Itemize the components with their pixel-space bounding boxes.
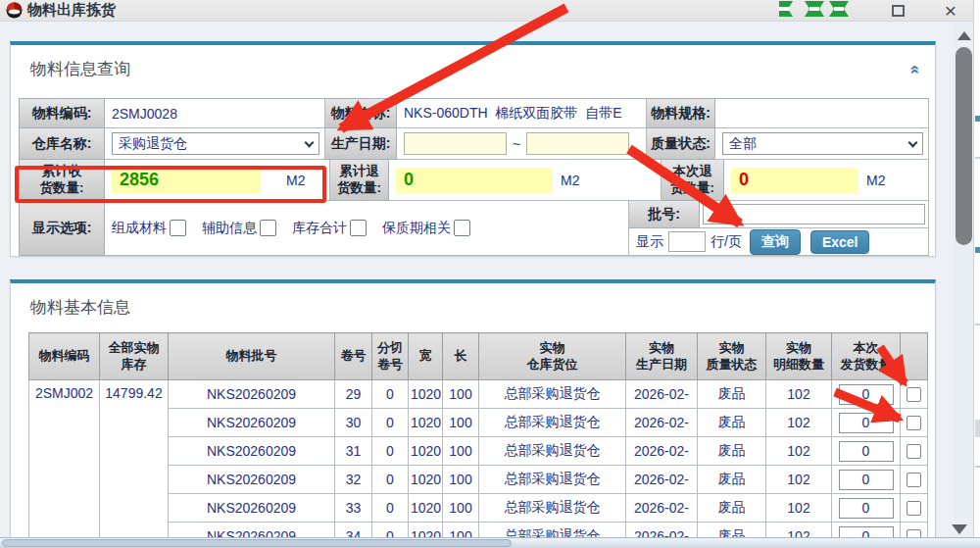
ship-qty-input[interactable] bbox=[839, 384, 894, 405]
material-code-label: 物料编码: bbox=[20, 99, 105, 128]
cell-qty: 102 bbox=[766, 380, 832, 409]
material-spec-label: 物料规格: bbox=[647, 99, 715, 128]
warehouse-label: 仓库名称: bbox=[20, 128, 105, 160]
cell-width: 1020 bbox=[409, 494, 443, 523]
table-header-row: 物料编码 全部实物 库存 物料批号 卷号 分切 卷号 宽 长 实物 仓库货位 实… bbox=[29, 333, 928, 380]
vertical-scrollbar-thumb[interactable] bbox=[956, 47, 972, 245]
col-width: 宽 bbox=[409, 333, 443, 380]
quality-select[interactable]: 全部 bbox=[722, 132, 923, 155]
material-table: 物料编码 全部实物 库存 物料批号 卷号 分切 卷号 宽 长 实物 仓库货位 实… bbox=[28, 332, 928, 548]
cell-length: 100 bbox=[443, 409, 479, 437]
horizontal-scrollbar-thumb[interactable] bbox=[2, 539, 512, 547]
cell-roll: 31 bbox=[335, 437, 372, 466]
shelf-life-checkbox[interactable] bbox=[454, 220, 470, 236]
prod-date-label: 生产日期: bbox=[325, 128, 397, 160]
info-panel-title: 物料基本信息 bbox=[11, 283, 935, 319]
col-slit-roll: 分切 卷号 bbox=[372, 333, 409, 380]
total-received-label: 累计收 货数量: bbox=[20, 160, 105, 201]
cell-width: 1020 bbox=[409, 466, 443, 494]
excel-button[interactable]: Excel bbox=[810, 230, 870, 254]
cell-batch: NKS20260209 bbox=[169, 380, 335, 409]
ship-qty-input[interactable] bbox=[839, 498, 894, 519]
maximize-icon bbox=[892, 5, 905, 17]
warehouse-selected-value: 采购退货仓 bbox=[119, 135, 187, 153]
horizontal-scrollbar-track[interactable] bbox=[0, 537, 980, 548]
cell-length: 100 bbox=[443, 494, 479, 523]
scroll-up-icon[interactable] bbox=[957, 31, 971, 40]
cell-width: 1020 bbox=[409, 380, 443, 409]
cell-location: 总部采购退货仓 bbox=[479, 494, 626, 523]
row-select-checkbox[interactable] bbox=[906, 416, 921, 430]
material-query-panel: 物料信息查询 « 物料编码: 2SMJ0028 物料名称: NKS-060DTH… bbox=[10, 41, 936, 257]
option-label-compose: 组成材料 bbox=[112, 220, 167, 237]
toolbar-ribbon-icons[interactable] bbox=[804, 1, 850, 17]
cell-slit: 0 bbox=[372, 494, 409, 523]
batch-input[interactable] bbox=[703, 204, 925, 224]
total-returned-unit: M2 bbox=[561, 173, 579, 188]
row-select-checkbox[interactable] bbox=[906, 387, 921, 402]
toolbar-ribbon-icon-partial[interactable] bbox=[779, 1, 794, 17]
current-return-value: 0 bbox=[731, 168, 858, 193]
ship-qty-input[interactable] bbox=[839, 470, 894, 490]
show-label: 显示 bbox=[636, 233, 663, 251]
cell-roll: 29 bbox=[335, 380, 372, 409]
cell-qty: 102 bbox=[766, 466, 832, 494]
option-label-stock-total: 库存合计 bbox=[292, 220, 347, 237]
row-select-checkbox[interactable] bbox=[906, 473, 921, 487]
row-select-checkbox[interactable] bbox=[906, 444, 921, 459]
cell-prod-date: 2026-02- bbox=[626, 494, 698, 523]
aux-info-checkbox[interactable] bbox=[260, 220, 276, 236]
col-material-code: 物料编码 bbox=[29, 333, 100, 380]
warehouse-select[interactable]: 采购退货仓 bbox=[112, 132, 319, 155]
display-options-label: 显示选项: bbox=[20, 201, 105, 256]
collapse-panel-icon[interactable]: « bbox=[907, 65, 921, 74]
date-from-input[interactable] bbox=[404, 132, 507, 155]
close-button[interactable]: × bbox=[938, 0, 963, 22]
material-spec-value bbox=[715, 99, 929, 128]
col-select bbox=[901, 333, 928, 380]
query-panel-title: 物料信息查询 bbox=[11, 45, 935, 80]
col-location: 实物 仓库货位 bbox=[479, 333, 626, 380]
ship-qty-input[interactable] bbox=[839, 441, 894, 462]
cell-location: 总部采购退货仓 bbox=[479, 409, 626, 437]
cell-width: 1020 bbox=[409, 409, 443, 437]
col-ship-qty: 本次 发货数量 bbox=[832, 333, 901, 380]
cell-length: 100 bbox=[443, 380, 479, 409]
compose-material-checkbox[interactable] bbox=[170, 220, 186, 236]
ribbon-icon[interactable] bbox=[804, 1, 825, 17]
date-to-input[interactable] bbox=[526, 132, 629, 155]
ribbon-icon[interactable] bbox=[828, 1, 850, 17]
query-form: 物料编码: 2SMJ0028 物料名称: NKS-060DTH 棉纸双面胶带 自… bbox=[19, 98, 929, 256]
cell-slit: 0 bbox=[372, 437, 409, 466]
cell-batch: NKS20260209 bbox=[169, 437, 335, 466]
cell-quality: 废品 bbox=[698, 466, 766, 494]
rows-per-page-input[interactable] bbox=[668, 231, 706, 252]
cell-batch: NKS20260209 bbox=[169, 409, 335, 437]
window-titlebar: 物料出库拣货 × bbox=[0, 0, 980, 22]
close-icon: × bbox=[945, 1, 956, 21]
cell-batch: NKS20260209 bbox=[169, 466, 335, 494]
cell-qty: 102 bbox=[766, 437, 832, 466]
material-code-value: 2SMJ0028 bbox=[105, 99, 325, 128]
cell-quality: 废品 bbox=[698, 409, 766, 437]
quality-label: 质量状态: bbox=[647, 128, 715, 160]
total-received-value: 2856 bbox=[112, 168, 261, 193]
col-total-stock: 全部实物 库存 bbox=[100, 333, 169, 380]
content-edge-strip bbox=[973, 0, 980, 548]
stock-total-checkbox[interactable] bbox=[350, 220, 367, 236]
maximize-button[interactable] bbox=[885, 0, 910, 22]
row-select-checkbox[interactable] bbox=[906, 501, 921, 516]
cell-qty: 102 bbox=[766, 409, 832, 437]
cell-prod-date: 2026-02- bbox=[626, 409, 698, 437]
ship-qty-input[interactable] bbox=[839, 413, 894, 433]
cell-roll: 33 bbox=[335, 494, 372, 523]
query-button[interactable]: 查询 bbox=[750, 229, 801, 255]
cell-quality: 废品 bbox=[698, 494, 766, 523]
table-row: 2SMJ002 14799.42 NKS20260209 29 0 1020 1… bbox=[29, 380, 928, 409]
scroll-down-icon[interactable] bbox=[952, 524, 967, 534]
cell-code: 2SMJ002 bbox=[29, 380, 100, 548]
material-name-label: 物料名称: bbox=[325, 99, 397, 128]
cell-roll: 30 bbox=[335, 409, 372, 437]
cell-length: 100 bbox=[443, 437, 479, 466]
cell-quality: 废品 bbox=[698, 437, 766, 466]
